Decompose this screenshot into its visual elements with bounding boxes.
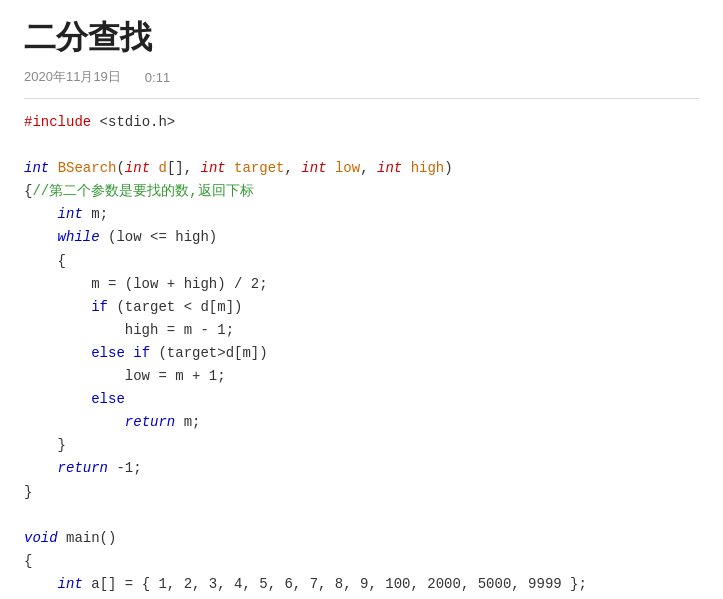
code-line-16: return -1; [24,457,699,480]
param3: low [335,160,360,176]
return-kw2: return [58,460,108,476]
code-line-5: int m; [24,203,699,226]
code-section: #include <stdio.h> int BSearch(int d[], … [0,111,723,599]
code-line-21: int a[] = { 1, 2, 3, 4, 5, 6, 7, 8, 9, 1… [24,573,699,596]
code-line-3: int BSearch(int d[], int target, int low… [24,157,699,180]
meta-row: 2020年11月19日 0:11 [24,68,699,86]
param-type1: int [125,160,150,176]
comment1: //第二个参数是要找的数,返回下标 [32,183,253,199]
while-kw: while [58,229,100,245]
int-kw3: int [58,576,83,592]
code-line-10: high = m - 1; [24,319,699,342]
if-kw1: if [91,299,108,315]
return-kw1: return [125,414,175,430]
page-container: 二分查找 2020年11月19日 0:11 #include <stdio.h>… [0,0,723,599]
code-line-blank2 [24,504,699,527]
func-name: BSearch [58,160,117,176]
header-divider [24,98,699,99]
code-line-1: #include <stdio.h> [24,111,699,134]
code-line-4: {//第二个参数是要找的数,返回下标 [24,180,699,203]
int-kw1: int [24,160,49,176]
if-kw2: if [133,345,150,361]
param-type2: int [200,160,225,176]
date-label: 2020年11月19日 [24,68,121,86]
int-kw2: int [58,206,83,222]
code-line-6: while (low <= high) [24,226,699,249]
else-kw1: else [91,345,125,361]
code-line-7: { [24,250,699,273]
header-section: 二分查找 2020年11月19日 0:11 [0,0,723,98]
void-kw: void [24,530,58,546]
time-label: 0:11 [145,70,170,85]
page-title: 二分查找 [24,16,699,60]
code-line-17: } [24,481,699,504]
code-line-blank1 [24,134,699,157]
code-line-12: low = m + 1; [24,365,699,388]
code-line-11: else if (target>d[m]) [24,342,699,365]
code-line-15: } [24,434,699,457]
code-line-9: if (target < d[m]) [24,296,699,319]
code-line-13: else [24,388,699,411]
param1: d [158,160,166,176]
param2: target [234,160,284,176]
code-line-19: void main() [24,527,699,550]
code-line-8: m = (low + high) / 2; [24,273,699,296]
code-line-20: { [24,550,699,573]
include-kw: #include [24,114,91,130]
param-type4: int [377,160,402,176]
param-type3: int [301,160,326,176]
param4: high [411,160,445,176]
code-line-14: return m; [24,411,699,434]
else-kw2: else [91,391,125,407]
